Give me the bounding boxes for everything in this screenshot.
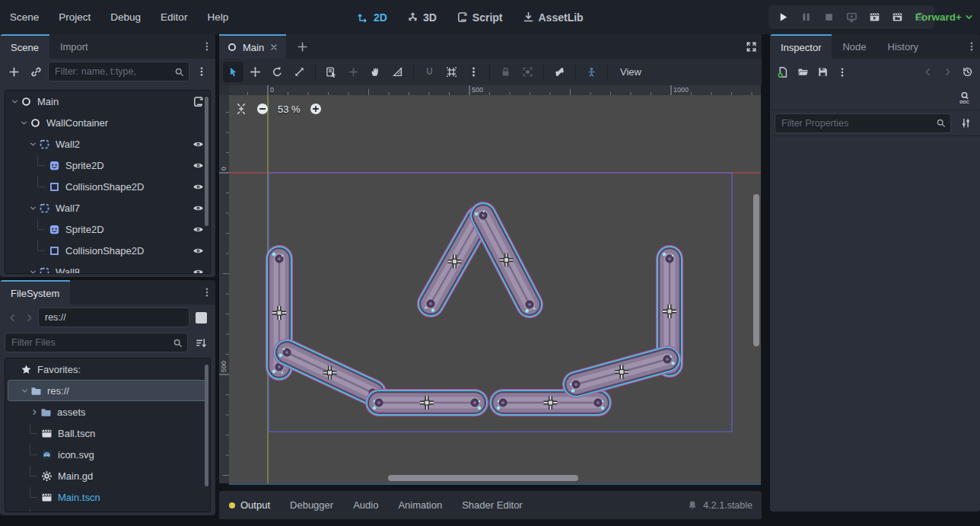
eye-icon[interactable] xyxy=(192,224,204,235)
chevron-down-icon[interactable] xyxy=(28,204,38,212)
scene-node-collisionshape2d[interactable]: CollisionShape2D xyxy=(5,176,210,197)
zoom-in-button[interactable] xyxy=(310,103,322,115)
bottom-tab-audio[interactable]: Audio xyxy=(343,499,388,511)
wall-right-diagonal[interactable] xyxy=(570,355,675,393)
renderer-selector[interactable]: Forward+ xyxy=(915,0,974,34)
bottom-tab-animation[interactable]: Animation xyxy=(388,499,452,511)
close-icon[interactable] xyxy=(269,43,278,52)
tab-inspector[interactable]: Inspector xyxy=(770,34,832,59)
chevron-down-icon[interactable] xyxy=(28,268,38,275)
object-history-button[interactable] xyxy=(957,62,977,82)
wall-peak-right[interactable] xyxy=(475,211,536,313)
skeleton-options-menu[interactable] xyxy=(581,62,602,82)
mode-assetlib[interactable]: AssetLib xyxy=(523,11,584,24)
mode-2d[interactable]: 2D xyxy=(358,11,387,24)
tab-filesystem[interactable]: FileSystem xyxy=(0,280,70,304)
select-tool[interactable] xyxy=(223,62,243,82)
center-view-icon[interactable] xyxy=(235,103,247,115)
stop-button[interactable] xyxy=(819,8,838,27)
fs-item-assets[interactable]: assets xyxy=(5,401,210,422)
scene-node-wall2[interactable]: Wall2 xyxy=(5,133,210,155)
chevron-down-icon[interactable] xyxy=(19,119,29,127)
skeleton-button[interactable] xyxy=(549,62,570,82)
menu-debug[interactable]: Debug xyxy=(100,0,151,34)
tab-main-scene[interactable]: Main xyxy=(219,34,286,59)
history-back-button[interactable] xyxy=(918,62,937,82)
tab-history[interactable]: History xyxy=(877,34,929,59)
menu-editor[interactable]: Editor xyxy=(151,0,197,34)
play-custom-scene-button[interactable] xyxy=(887,8,907,27)
scene-tree-scrollbar[interactable] xyxy=(205,97,208,226)
resource-extra-menu-icon[interactable] xyxy=(832,62,852,82)
chevron-down-icon[interactable] xyxy=(28,140,38,148)
mode-3d[interactable]: 3D xyxy=(407,11,437,24)
fs-item-res-[interactable]: res:// xyxy=(5,380,210,401)
script-icon[interactable] xyxy=(192,96,204,107)
group-button[interactable] xyxy=(517,62,538,82)
ruler-tool[interactable] xyxy=(387,62,408,82)
viewport-canvas[interactable] xyxy=(229,95,761,483)
rotate-tool[interactable] xyxy=(267,62,288,82)
fs-item-readme-md[interactable]: README.md xyxy=(5,508,210,512)
2d-viewport[interactable] xyxy=(229,95,761,485)
load-resource-button[interactable] xyxy=(793,62,813,82)
new-scene-tab-button[interactable] xyxy=(291,34,313,59)
expand-viewport-button[interactable] xyxy=(746,34,757,59)
menu-help[interactable]: Help xyxy=(197,0,238,34)
smart-snap-toggle[interactable] xyxy=(419,62,440,82)
bottom-tab-shader-editor[interactable]: Shader Editor xyxy=(452,499,533,511)
fs-forward-button[interactable] xyxy=(21,308,37,327)
fs-path-input[interactable] xyxy=(39,312,189,323)
notifications-bell-icon[interactable] xyxy=(687,500,698,511)
wall-left-diagonal[interactable] xyxy=(278,349,379,402)
fs-filter-input[interactable] xyxy=(5,337,173,348)
history-forward-button[interactable] xyxy=(937,62,957,82)
pan-tool[interactable] xyxy=(365,62,386,82)
viewport-horizontal-scrollbar[interactable] xyxy=(388,475,578,481)
tab-node[interactable]: Node xyxy=(832,34,877,59)
play-button[interactable] xyxy=(773,8,793,27)
scene-filter-input[interactable] xyxy=(49,66,174,77)
fs-item-main-gd[interactable]: Main.gd xyxy=(5,465,210,486)
add-node-button[interactable] xyxy=(4,62,24,81)
scene-node-wall7[interactable]: Wall7 xyxy=(5,197,210,218)
tab-scene[interactable]: Scene xyxy=(0,34,49,59)
scene-node-wallcontainer[interactable]: WallContainer xyxy=(5,112,210,133)
inspector-menu-icon[interactable] xyxy=(966,34,977,59)
eye-icon[interactable] xyxy=(192,139,204,150)
menu-scene[interactable]: Scene xyxy=(0,0,49,34)
new-resource-button[interactable] xyxy=(773,62,793,82)
scene-node-main[interactable]: Main xyxy=(5,91,210,112)
fs-item-ball-tscn[interactable]: Ball.tscn xyxy=(5,422,210,444)
remote-debug-button[interactable] xyxy=(842,8,861,27)
fs-back-button[interactable] xyxy=(5,308,20,327)
inspector-filter-input[interactable] xyxy=(775,118,936,129)
scale-tool[interactable] xyxy=(289,62,310,82)
eye-icon[interactable] xyxy=(192,245,204,257)
scene-node-collisionshape2d[interactable]: CollisionShape2D xyxy=(5,240,210,261)
eye-icon[interactable] xyxy=(192,202,204,214)
chevron-down-icon[interactable] xyxy=(20,387,30,395)
chevron-down-icon[interactable] xyxy=(10,97,20,106)
instance-scene-button[interactable] xyxy=(26,62,46,81)
eye-icon[interactable] xyxy=(192,181,204,193)
scene-extra-menu-icon[interactable] xyxy=(192,62,212,81)
mode-script[interactable]: Script xyxy=(457,11,503,24)
viewport-vertical-scrollbar[interactable] xyxy=(753,194,759,346)
scene-node-wall8[interactable]: Wall8 xyxy=(5,261,210,274)
play-scene-button[interactable] xyxy=(864,8,884,27)
eye-icon[interactable] xyxy=(192,266,204,275)
tab-import[interactable]: Import xyxy=(49,34,99,59)
zoom-percentage[interactable]: 53 % xyxy=(278,104,301,115)
eye-icon[interactable] xyxy=(192,160,204,171)
lock-button[interactable] xyxy=(495,62,516,82)
list-select-tool[interactable] xyxy=(321,62,342,82)
zoom-out-button[interactable] xyxy=(256,103,269,115)
pause-button[interactable] xyxy=(796,8,816,27)
filesystem-dock-menu-icon[interactable] xyxy=(202,280,212,304)
chevron-right-icon[interactable] xyxy=(30,408,40,416)
scene-dock-menu-icon[interactable] xyxy=(202,34,212,59)
fs-split-mode-button[interactable] xyxy=(191,308,211,327)
move-tool[interactable] xyxy=(245,62,266,82)
fs-item-main-tscn[interactable]: Main.tscn xyxy=(5,486,210,508)
